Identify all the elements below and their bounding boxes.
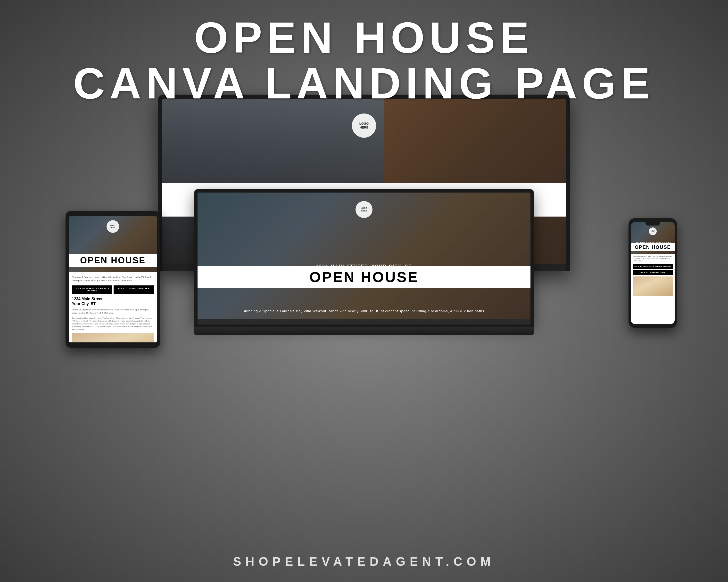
tablet-hero: LOGO HERE 1234 MAIN STREET, YOUR CITY, S… xyxy=(69,216,157,272)
phone-oh-banner: OPEN HOUSE xyxy=(631,243,675,251)
laptop-screen-inner: LOGO HERE 1234 MAIN STREET, YOUR CITY, S… xyxy=(198,193,530,318)
laptop-hinge xyxy=(194,325,534,327)
tablet-screen: LOGO HERE 1234 MAIN STREET, YOUR CITY, S… xyxy=(69,216,157,342)
phone-screen: LOGO HERE 1234 MAIN STREET, YOUR CITY, S… xyxy=(631,222,675,324)
phone-room-bg xyxy=(633,276,673,296)
tablet-main-desc: Stunning & Spacious Lauren's Bay Villa W… xyxy=(72,308,154,315)
tablet-logo-text: LOGO HERE xyxy=(110,225,115,229)
title-line1: OPEN HOUSE xyxy=(0,15,728,60)
tablet-room-image xyxy=(72,333,154,342)
phone-body: Stunning & Spacious Lauren's Bay Villa W… xyxy=(631,254,675,298)
laptop-screen-frame: LOGO HERE 1234 MAIN STREET, YOUR CITY, S… xyxy=(194,189,534,325)
tablet-address-line1: 1234 Main Street, xyxy=(72,297,104,301)
phone-hero: LOGO HERE 1234 MAIN STREET, YOUR CITY, S… xyxy=(631,222,675,254)
laptop-base xyxy=(194,327,534,335)
laptop-description-text: Stunning & Spacious Lauren's Bay Villa W… xyxy=(212,308,516,314)
tablet-showing-btn[interactable]: CLICK TO SCHEDULE A PRIVATE SHOWING xyxy=(72,285,112,294)
phone-logo: LOGO HERE xyxy=(649,227,657,235)
tablet-button-row: CLICK TO SCHEDULE A PRIVATE SHOWING CLIC… xyxy=(72,285,154,294)
title-line2: CANVA LANDING PAGE xyxy=(0,60,728,106)
tablet-address-line2: Your City, ST xyxy=(72,302,96,306)
phone-download-btn[interactable]: CLICK TO DOWNLOAD FLYER xyxy=(633,270,673,275)
tablet-more-desc: Some additional text about the home. Thi… xyxy=(72,317,154,331)
tablet-oh-label: OPEN HOUSE xyxy=(80,255,146,265)
phone-oh-label: OPEN HOUSE xyxy=(635,244,671,250)
laptop-logo-text: LOGO HERE xyxy=(361,207,367,212)
laptop-oh-banner: OPEN HOUSE xyxy=(198,266,530,288)
tablet-download-btn[interactable]: CLICK TO DOWNLOAD FLYER xyxy=(113,285,154,294)
laptop-description-area: Stunning & Spacious Lauren's Bay Villa W… xyxy=(198,308,530,314)
main-title-area: OPEN HOUSE CANVA LANDING PAGE xyxy=(0,15,728,106)
tablet-room-bg xyxy=(72,333,154,342)
tablet-device: LOGO HERE 1234 MAIN STREET, YOUR CITY, S… xyxy=(66,211,160,348)
phone-notch xyxy=(646,222,660,225)
laptop-frame: LOGO HERE 1234 MAIN STREET, YOUR CITY, S… xyxy=(194,189,534,335)
phone-room-image xyxy=(633,276,673,296)
tablet-address-block: 1234 Main Street, Your City, ST xyxy=(72,297,154,307)
laptop-logo: LOGO HERE xyxy=(356,201,372,218)
phone-desc-text: Stunning & Spacious Lauren's Bay Villa W… xyxy=(633,256,673,262)
footer-text: SHOPELEVATEDAGENT.COM xyxy=(233,555,495,569)
phone-device: LOGO HERE 1234 MAIN STREET, YOUR CITY, S… xyxy=(628,218,677,328)
monitor-logo-text: LOGO HERE xyxy=(359,122,369,129)
laptop-device: LOGO HERE 1234 MAIN STREET, YOUR CITY, S… xyxy=(194,189,534,335)
tablet-logo: LOGO HERE xyxy=(106,220,119,233)
phone-frame: LOGO HERE 1234 MAIN STREET, YOUR CITY, S… xyxy=(628,218,677,328)
laptop-screen-bottom xyxy=(198,318,530,325)
tablet-frame: LOGO HERE 1234 MAIN STREET, YOUR CITY, S… xyxy=(66,211,160,348)
tablet-desc-text: Stunning & Spacious Lauren's Bay Villa W… xyxy=(72,275,154,282)
laptop-oh-label: OPEN HOUSE xyxy=(309,269,419,285)
tablet-body: Stunning & Spacious Lauren's Bay Villa W… xyxy=(69,272,157,342)
phone-logo-text: LOGO HERE xyxy=(651,230,655,233)
phone-showing-btn[interactable]: CLICK TO SCHEDULE A PRIVATE SHOWING xyxy=(633,264,673,269)
laptop-screen: LOGO HERE 1234 MAIN STREET, YOUR CITY, S… xyxy=(198,193,530,318)
footer-area: SHOPELEVATEDAGENT.COM xyxy=(0,555,728,569)
monitor-logo: LOGO HERE xyxy=(352,113,376,138)
tablet-oh-banner: OPEN HOUSE xyxy=(69,254,157,267)
